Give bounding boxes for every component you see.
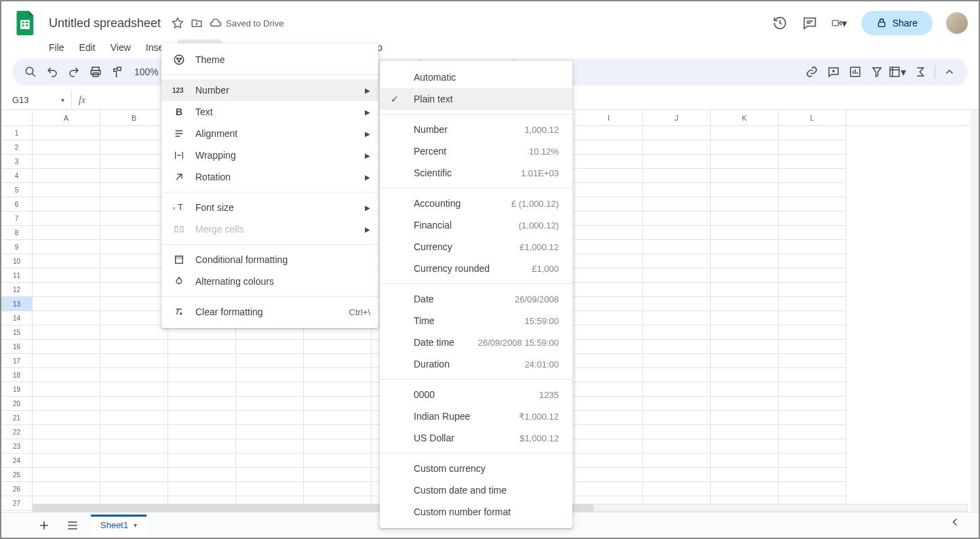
row-header[interactable]: 22 [1,425,33,439]
cell[interactable] [100,454,168,468]
cell[interactable] [711,183,779,197]
cell[interactable] [33,297,100,311]
cell[interactable] [779,169,846,183]
cell[interactable] [304,411,372,425]
cell[interactable] [33,325,100,340]
format-custom-number[interactable]: Custom number format [380,501,572,523]
format-accounting[interactable]: Accounting£ (1,000.12) [380,193,572,214]
cell[interactable] [575,468,643,482]
cell[interactable] [779,297,846,311]
cell[interactable] [711,169,779,183]
menu-clear-formatting[interactable]: Clear formattingCtrl+\ [161,301,378,323]
cell[interactable] [779,325,846,340]
cell[interactable] [643,254,711,268]
cell[interactable] [168,368,236,382]
insert-comment-icon[interactable] [823,62,844,82]
cell[interactable] [168,382,236,397]
cell[interactable] [779,283,846,297]
row-header[interactable]: 4 [1,169,33,183]
cell[interactable] [575,311,643,325]
format-time[interactable]: Time15:59:00 [380,310,572,332]
row-header[interactable]: 14 [1,311,33,325]
cell[interactable] [100,425,168,439]
cell[interactable] [711,140,779,155]
cell[interactable] [711,240,779,254]
cell[interactable] [779,439,846,454]
cell[interactable] [779,482,846,496]
cell[interactable] [575,382,643,397]
row-header[interactable]: 8 [1,226,33,240]
cell[interactable] [575,482,643,496]
cell[interactable] [100,382,168,397]
cell[interactable] [711,325,779,340]
cell[interactable] [643,226,711,240]
cell[interactable] [100,169,168,183]
menu-number[interactable]: 123Number▶ [161,79,378,101]
format-percent[interactable]: Percent10.12% [380,140,572,162]
cell[interactable] [33,268,100,283]
cell[interactable] [643,140,711,155]
cell[interactable] [304,382,372,397]
cell[interactable] [711,468,779,482]
cell[interactable] [33,397,100,411]
cell[interactable] [643,468,711,482]
row-header[interactable]: 11 [1,268,33,283]
cell[interactable] [779,226,846,240]
cell[interactable] [711,226,779,240]
cell[interactable] [643,155,711,169]
cell[interactable] [711,354,779,368]
cell[interactable] [643,482,711,496]
col-header[interactable]: A [33,110,100,125]
format-plain-text[interactable]: ✓Plain text [380,88,572,110]
cell[interactable] [575,354,643,368]
cell[interactable] [711,297,779,311]
cell[interactable] [575,183,643,197]
history-icon[interactable] [772,15,788,31]
zoom-select[interactable]: 100% [129,66,164,77]
row-header[interactable]: 2 [1,140,33,155]
cell[interactable] [33,226,100,240]
collapse-toolbar-icon[interactable] [939,62,960,82]
cell[interactable] [236,397,304,411]
cell[interactable] [643,169,711,183]
cell[interactable] [33,240,100,254]
cell[interactable] [236,411,304,425]
cell[interactable] [236,482,304,496]
print-icon[interactable] [85,62,106,82]
cell[interactable] [643,454,711,468]
row-header[interactable]: 27 [1,496,33,511]
cell[interactable] [643,297,711,311]
cell[interactable] [643,197,711,212]
cell[interactable] [33,368,100,382]
col-header[interactable]: K [711,110,779,125]
row-header[interactable]: 12 [1,283,33,297]
cell[interactable] [33,411,100,425]
cell[interactable] [643,311,711,325]
cell[interactable] [643,283,711,297]
row-header[interactable]: 7 [1,212,33,226]
comment-icon[interactable] [802,15,818,31]
cell[interactable] [643,183,711,197]
cell[interactable] [100,411,168,425]
cell[interactable] [575,297,643,311]
cell[interactable] [304,439,372,454]
row-header[interactable]: 5 [1,183,33,197]
undo-icon[interactable] [42,62,62,82]
cell[interactable] [711,482,779,496]
cell[interactable] [304,468,372,482]
cell[interactable] [575,212,643,226]
cell[interactable] [236,425,304,439]
cell[interactable] [575,169,643,183]
vertical-scrollbar[interactable] [971,110,979,513]
cell[interactable] [168,354,236,368]
cell[interactable] [711,382,779,397]
cell[interactable] [100,439,168,454]
move-icon[interactable] [191,17,203,29]
doc-title[interactable]: Untitled spreadsheet [45,15,165,32]
format-0000[interactable]: 00001235 [380,384,572,405]
row-header[interactable]: 19 [1,382,33,397]
cell[interactable] [711,454,779,468]
cell[interactable] [779,140,846,155]
cell[interactable] [575,226,643,240]
cell[interactable] [643,382,711,397]
